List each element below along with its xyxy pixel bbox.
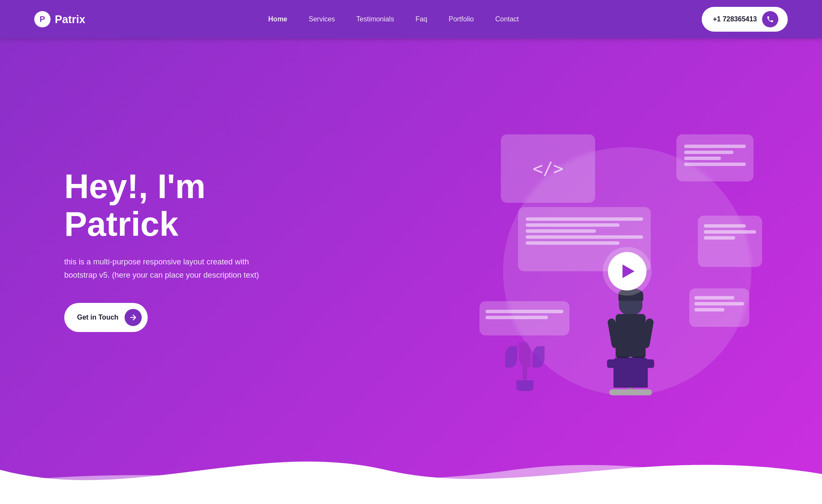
nav-item-home[interactable]: Home [268,15,287,23]
nav-link-testimonials[interactable]: Testimonials [356,15,394,23]
get-in-touch-button[interactable]: Get in Touch [64,303,148,332]
chair [607,359,654,395]
phone-cta-button[interactable]: +1 728365413 [702,7,788,32]
code-line [526,235,643,239]
code-tag: </> [533,159,563,178]
hero-section: Hey!, I'm Patrick this is a multi-purpos… [0,39,822,504]
nav-link-home[interactable]: Home [268,15,287,23]
code-line [485,316,548,319]
code-line [526,223,619,227]
hero-title: Hey!, I'm Patrick [64,168,300,243]
nav-item-services[interactable]: Services [309,15,335,23]
plant-decoration [505,346,545,391]
code-line [684,157,721,160]
hero-description: this is a multi-purpose responsive layou… [64,255,270,282]
code-card-bottom-left [480,301,569,335]
nav-link-portfolio[interactable]: Portfolio [449,15,474,23]
code-line [684,151,733,154]
plant-leaf [533,346,545,368]
code-line [485,310,563,313]
code-line [704,224,746,228]
cta-label: Get in Touch [77,314,119,321]
code-line [526,241,619,245]
hero-wave [0,427,822,504]
chair-base [609,389,652,395]
code-line [704,236,735,240]
hero-illustration: </> [467,122,788,421]
nav-link-contact[interactable]: Contact [495,15,519,23]
code-card-top-right [676,134,754,181]
nav-links: Home Services Testimonials Faq Portfolio… [268,15,519,23]
code-line [684,145,746,148]
plant-stem [523,368,527,380]
nav-item-contact[interactable]: Contact [495,15,519,23]
code-line [694,308,724,311]
code-line [526,217,643,221]
person-body [614,291,648,387]
nav-link-faq[interactable]: Faq [415,15,427,23]
person-torso [616,314,646,357]
nav-item-testimonials[interactable]: Testimonials [356,15,394,23]
nav-link-services[interactable]: Services [309,15,335,23]
logo-name: Patrix [55,13,85,26]
play-button[interactable] [608,252,646,291]
plant-pot [516,380,533,391]
code-line [526,229,596,233]
cta-arrow-icon [125,309,142,326]
person-head [619,291,643,315]
hero-title-line1: Hey!, I'm [64,167,206,205]
code-card-bottom-right [689,288,749,327]
code-card: </> [501,134,595,203]
hero-content: Hey!, I'm Patrick this is a multi-purpos… [64,168,300,332]
code-line [694,296,734,299]
nav-item-portfolio[interactable]: Portfolio [449,15,474,23]
phone-icon [762,11,778,27]
navbar: P Patrix Home Services Testimonials Faq … [0,0,822,39]
person-illustration [614,291,648,387]
chair-seat [607,359,654,368]
plant-leaf [519,342,531,368]
hero-title-line2: Patrick [64,205,179,243]
code-line [684,163,746,166]
code-line [704,230,756,234]
plant-leaf [505,346,517,368]
nav-item-faq[interactable]: Faq [415,15,427,23]
logo-icon: P [34,11,51,27]
phone-number: +1 728365413 [713,15,757,23]
nav-logo[interactable]: P Patrix [34,11,85,27]
code-line [694,302,744,305]
code-card-right [698,216,762,267]
